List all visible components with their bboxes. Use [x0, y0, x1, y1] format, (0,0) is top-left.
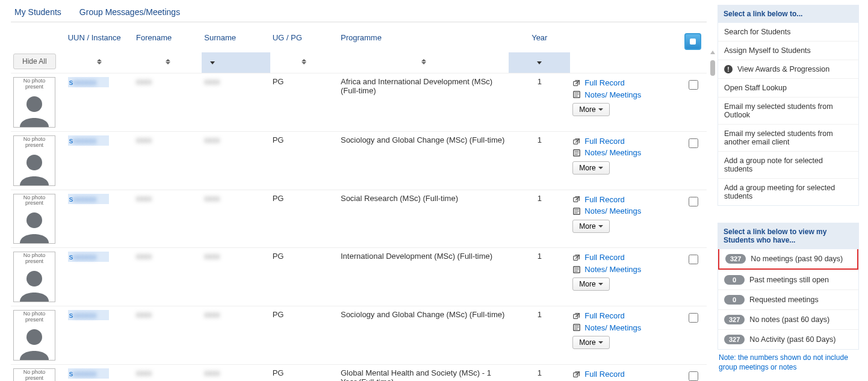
side-link[interactable]: Add a group meeting for selected student… — [718, 178, 858, 205]
row-checkbox[interactable] — [689, 371, 698, 381]
forename-cell: xxxx — [136, 368, 152, 377]
more-button[interactable]: More — [572, 277, 609, 291]
sort-icon[interactable] — [68, 59, 131, 64]
side-link[interactable]: ! View Awards & Progression — [718, 60, 858, 78]
avatar: No photo present — [13, 368, 55, 381]
table-row: No photo present sxxxxxx xxxx xxxx PG So… — [11, 131, 707, 190]
sort-icon[interactable] — [341, 59, 506, 64]
sort-desc-icon[interactable] — [210, 61, 215, 64]
side-link[interactable]: Add a group note for selected students — [718, 151, 858, 178]
avatar-silhouette-icon — [14, 91, 55, 127]
tab-my-students[interactable]: My Students — [14, 7, 61, 17]
row-checkbox[interactable] — [689, 197, 698, 206]
side-link-label: Email my selected students from Outlook — [724, 102, 852, 119]
scrollbar[interactable] — [710, 54, 716, 381]
side-filter-link[interactable]: 327 No notes (past 60 days) — [718, 309, 858, 329]
more-button[interactable]: More — [572, 103, 609, 116]
side-filter-link[interactable]: 0 Requested meetings — [718, 290, 858, 309]
notes-icon — [572, 149, 581, 157]
external-link-icon — [572, 195, 581, 203]
row-checkbox[interactable] — [689, 138, 698, 148]
side-link-label: Add a group note for selected students — [724, 156, 852, 173]
sort-icon[interactable] — [273, 59, 336, 64]
side-link-label: Assign Myself to Students — [724, 46, 811, 55]
full-record-link[interactable]: Full Record — [584, 135, 624, 147]
full-record-link[interactable]: Full Record — [584, 310, 624, 322]
forename-cell: xxxx — [136, 252, 152, 261]
table-row: No photo present sxxxxxx xxxx xxxx PG Af… — [11, 73, 707, 132]
uun-link[interactable]: sxxxxxx — [68, 252, 109, 262]
year-cell: 1 — [509, 131, 570, 190]
uun-link[interactable]: sxxxxxx — [68, 194, 109, 204]
surname-cell: xxxx — [204, 368, 220, 377]
uun-link[interactable]: sxxxxxx — [68, 368, 109, 379]
avatar-placeholder-text: No photo present — [14, 369, 55, 381]
forename-cell: xxxx — [136, 135, 152, 144]
side-link-label: Open Staff Lookup — [724, 84, 787, 92]
ugpg-cell: PG — [270, 248, 338, 306]
notes-icon — [572, 323, 581, 332]
uun-link[interactable]: sxxxxxx — [68, 77, 109, 87]
avatar-placeholder-text: No photo present — [14, 252, 55, 265]
uun-link[interactable]: sxxxxxx — [68, 135, 109, 146]
external-link-icon — [572, 312, 581, 320]
more-button[interactable]: More — [572, 161, 609, 175]
side-link[interactable]: Email my selected students from another … — [718, 124, 858, 151]
hide-all-button[interactable]: Hide All — [13, 54, 56, 69]
chevron-down-icon — [598, 167, 603, 169]
side-link[interactable]: Assign Myself to Students — [718, 41, 858, 60]
notes-meetings-link[interactable]: Notes/ Meetings — [584, 89, 641, 101]
avatar-silhouette-icon — [14, 324, 55, 360]
side-filter-link[interactable]: 327 No meetings (past 90 days) — [718, 249, 858, 270]
full-record-link[interactable]: Full Record — [584, 252, 624, 264]
external-link-icon — [572, 253, 581, 262]
col-programme[interactable]: Programme — [338, 29, 509, 52]
count-badge: 327 — [724, 315, 745, 324]
uun-link[interactable]: sxxxxxx — [68, 310, 109, 320]
scroll-up-icon[interactable] — [710, 51, 715, 54]
col-year[interactable]: Year — [509, 29, 570, 52]
side-link-label: No notes (past 60 days) — [749, 315, 829, 324]
external-link-icon — [572, 370, 581, 379]
programme-cell: Africa and International Development (MS… — [338, 73, 509, 132]
notes-meetings-link[interactable]: Notes/ Meetings — [584, 205, 641, 217]
full-record-link[interactable]: Full Record — [584, 368, 624, 380]
side-filter-link[interactable]: 327 No Activity (past 60 Days) — [718, 329, 858, 349]
sort-desc-icon[interactable] — [537, 61, 542, 64]
programme-cell: Global Mental Health and Society (MSc) -… — [338, 364, 509, 381]
ugpg-cell: PG — [270, 190, 338, 248]
full-record-link[interactable]: Full Record — [584, 194, 624, 206]
notes-meetings-link[interactable]: Notes/ Meetings — [584, 147, 641, 159]
notes-meetings-link[interactable]: Notes/ Meetings — [584, 264, 641, 276]
side-link[interactable]: Search for Students — [718, 23, 858, 41]
surname-cell: xxxx — [204, 194, 220, 203]
tab-group-messages[interactable]: Group Messages/Meetings — [79, 7, 180, 17]
avatar: No photo present — [13, 252, 55, 302]
avatar: No photo present — [13, 310, 55, 361]
col-ugpg[interactable]: UG / PG — [270, 29, 338, 52]
col-forename[interactable]: Forename — [134, 29, 202, 52]
side-link[interactable]: Email my selected students from Outlook — [718, 97, 858, 124]
side-note: Note: the numbers shown do not include g… — [718, 350, 859, 373]
side-filter-link[interactable]: 0 Past meetings still open — [718, 270, 858, 290]
more-button[interactable]: More — [572, 220, 609, 233]
notes-icon — [572, 90, 581, 99]
more-button[interactable]: More — [572, 336, 609, 349]
select-all-checkbox[interactable] — [684, 33, 701, 50]
side-link-label: Search for Students — [724, 28, 790, 36]
scroll-thumb[interactable] — [710, 60, 715, 76]
ugpg-cell: PG — [270, 364, 338, 381]
col-surname[interactable]: Surname — [202, 29, 270, 52]
row-checkbox[interactable] — [689, 255, 698, 264]
col-uun[interactable]: UUN / Instance — [66, 29, 134, 52]
surname-cell: xxxx — [204, 135, 220, 144]
row-checkbox[interactable] — [689, 80, 698, 90]
avatar: No photo present — [13, 194, 55, 244]
side-link[interactable]: Open Staff Lookup — [718, 78, 858, 97]
full-record-link[interactable]: Full Record — [584, 77, 624, 89]
avatar: No photo present — [13, 135, 55, 186]
sort-icon[interactable] — [136, 59, 199, 64]
notes-meetings-link[interactable]: Notes/ Meetings — [584, 322, 641, 334]
ugpg-cell: PG — [270, 306, 338, 365]
row-checkbox[interactable] — [689, 313, 698, 323]
